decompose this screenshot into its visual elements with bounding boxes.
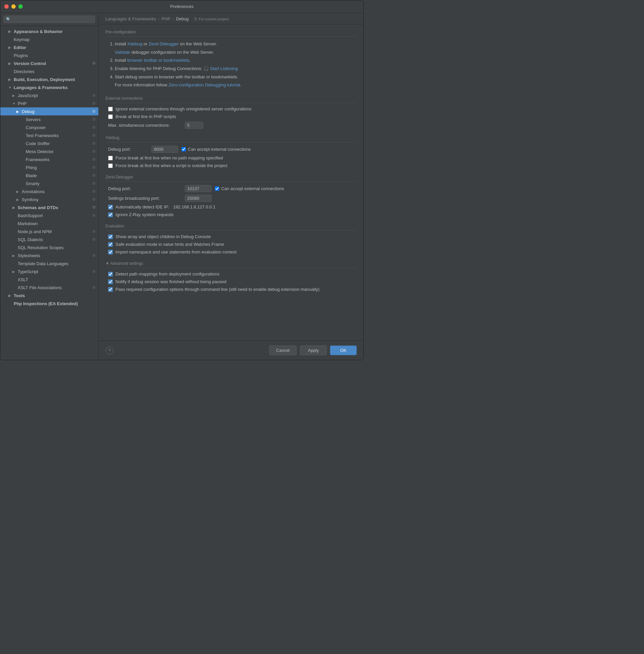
- advanced-header: ▼ Advanced settings: [106, 261, 357, 268]
- sidebar-item-composer[interactable]: ▶ Composer ⚙: [0, 123, 98, 131]
- zend-debugger-link[interactable]: Zend Debugger: [148, 41, 179, 46]
- sidebar-item-editor[interactable]: ▶ Editor: [0, 43, 98, 51]
- max-connections-input[interactable]: [185, 122, 203, 129]
- sidebar-item-annotations[interactable]: ▶ Annotations ⚙: [0, 188, 98, 195]
- zend-ignore-zray-checkbox[interactable]: [108, 213, 113, 217]
- sidebar-item-sql-dialects[interactable]: ▶ SQL Dialects ⚙: [0, 236, 98, 243]
- sidebar-item-debug[interactable]: ▶ Debug ⚙: [0, 107, 98, 115]
- sidebar-item-xslt-file[interactable]: ▶ XSLT File Associations ⚙: [0, 284, 98, 291]
- settings-icon: ⚙: [92, 173, 96, 178]
- sidebar-item-template-data[interactable]: ▶ Template Data Languages: [0, 260, 98, 267]
- break-first-line-checkbox[interactable]: [108, 114, 113, 119]
- zend-settings-port-input[interactable]: [185, 195, 211, 202]
- ok-button[interactable]: OK: [330, 345, 357, 355]
- zend-can-accept-checkbox[interactable]: [215, 187, 219, 191]
- sidebar-item-frameworks[interactable]: ▶ Frameworks ⚙: [0, 155, 98, 164]
- zend-auto-detect-checkbox[interactable]: [108, 205, 113, 210]
- eval-cb3-checkbox[interactable]: [108, 250, 113, 255]
- sidebar-item-schemas[interactable]: ▶ Schemas and DTDs ⚙: [0, 203, 98, 212]
- sidebar-item-mess-detector[interactable]: ▶ Mess Detector ⚙: [0, 147, 98, 155]
- browser-toolbar-link[interactable]: browser toolbar or bookmarklets: [128, 58, 189, 63]
- sidebar-item-stylesheets[interactable]: ▶ Stylesheets ⚙: [0, 251, 98, 260]
- sidebar-item-label: Node.js and NPM: [18, 229, 52, 234]
- sidebar-item-php-inspections[interactable]: ▶ Php Inspections (EA Extended): [0, 299, 98, 308]
- xdebug-force-break-row: Force break at first line when no path m…: [108, 155, 357, 161]
- sidebar-item-nodejs[interactable]: ▶ Node.js and NPM ⚙: [0, 227, 98, 236]
- xdebug-can-accept-checkbox[interactable]: [182, 147, 186, 151]
- zero-config-link[interactable]: Zero-configuration Debugging tutorial: [168, 82, 240, 88]
- close-button[interactable]: [4, 4, 9, 9]
- sidebar-item-markdown[interactable]: ▶ Markdown: [0, 219, 98, 227]
- settings-icon: ⚙: [92, 157, 96, 162]
- sidebar-item-version-control[interactable]: ▶ Version Control ⚙: [0, 59, 98, 67]
- advanced-cb3-checkbox[interactable]: [108, 287, 113, 292]
- arrow-icon: ▼: [13, 102, 16, 105]
- sidebar-item-build[interactable]: ▶ Build, Execution, Deployment: [0, 75, 98, 83]
- sidebar-item-symfony[interactable]: ▶ Symfony ⚙: [0, 195, 98, 203]
- eval-cb2-checkbox[interactable]: [108, 242, 113, 247]
- sidebar-item-bashsupport[interactable]: ▶ BashSupport ⚙: [0, 212, 98, 219]
- start-listening-btn[interactable]: 🎧 Start Listening: [204, 66, 238, 71]
- preconfiguration-section: Pre-configuration Install Xdebug or Zend…: [106, 30, 357, 89]
- settings-icon: ⚙: [92, 213, 96, 218]
- xdebug-link[interactable]: Xdebug: [128, 41, 142, 46]
- sidebar-item-label: Version Control: [14, 61, 46, 66]
- xdebug-port-input[interactable]: [152, 146, 178, 153]
- sidebar-item-php[interactable]: ▼ PHP ⚙: [0, 99, 98, 107]
- sidebar-item-plugins[interactable]: ▶ Plugins: [0, 51, 98, 59]
- sidebar-item-label: Frameworks: [26, 157, 50, 162]
- validate-link[interactable]: Validate: [115, 50, 130, 55]
- search-input[interactable]: [4, 16, 95, 23]
- sidebar-item-test-frameworks[interactable]: ▶ Test Frameworks ⚙: [0, 131, 98, 139]
- sidebar-item-sql-resolution[interactable]: ▶ SQL Resolution Scopes: [0, 243, 98, 251]
- settings-icon: ⚙: [92, 101, 96, 106]
- apply-button[interactable]: Apply: [300, 345, 327, 355]
- max-connections-label: Max. simultaneous connections:: [108, 123, 182, 128]
- zend-ignore-zray-row: Ignore Z-Ray system requests: [108, 212, 357, 217]
- minimize-button[interactable]: [12, 4, 16, 9]
- sidebar-item-javascript[interactable]: ▶ JavaScript ⚙: [0, 91, 98, 99]
- sidebar-item-tools[interactable]: ▶ Tools: [0, 291, 98, 299]
- eval-cb1-checkbox[interactable]: [108, 235, 113, 239]
- zend-content: Debug port: Can accept external connecti…: [106, 185, 357, 217]
- window-title: Preferences: [170, 4, 193, 9]
- sidebar-item-blade[interactable]: ▶ Blade ⚙: [0, 171, 98, 179]
- help-button[interactable]: ?: [106, 346, 113, 355]
- settings-icon: ⚙: [92, 93, 96, 98]
- sidebar-item-label: Test Frameworks: [26, 133, 59, 138]
- zend-port-input[interactable]: [185, 185, 211, 192]
- external-connections-content: Ignore external connections through unre…: [106, 106, 357, 129]
- sidebar-item-label: XSLT: [18, 277, 28, 282]
- sidebar-item-languages[interactable]: ▼ Languages & Frameworks: [0, 83, 98, 91]
- ignore-external-checkbox[interactable]: [108, 107, 113, 112]
- settings-icon: ⚙: [92, 117, 96, 122]
- preferences-window: Preferences 🔍 ▶ Appearance & Behavior ▶: [0, 0, 364, 360]
- xdebug-force-break-outside-checkbox[interactable]: [108, 164, 113, 168]
- sidebar-item-smarty[interactable]: ▶ Smarty ⚙: [0, 179, 98, 188]
- sidebar-item-typescript[interactable]: ▶ TypeScript ⚙: [0, 267, 98, 275]
- sidebar-item-label: Build, Execution, Deployment: [14, 77, 75, 82]
- zend-port-row: Debug port: Can accept external connecti…: [108, 185, 357, 192]
- maximize-button[interactable]: [18, 4, 23, 9]
- preconfig-step4: Start debug session in browser with the …: [115, 73, 357, 89]
- xdebug-force-break-checkbox[interactable]: [108, 156, 113, 161]
- sidebar-item-label: Blade: [26, 173, 37, 178]
- sidebar-item-xslt[interactable]: ▶ XSLT: [0, 275, 98, 284]
- settings-icon: ⚙: [92, 133, 96, 138]
- zend-ignore-zray-label: Ignore Z-Ray system requests: [115, 212, 174, 217]
- zend-settings-port-row: Settings broadcasting port:: [108, 195, 357, 202]
- sidebar: 🔍 ▶ Appearance & Behavior ▶ Keymap ▶: [0, 13, 99, 360]
- sidebar-item-label: Phing: [26, 165, 37, 170]
- sidebar-item-code-sniffer[interactable]: ▶ Code Sniffer ⚙: [0, 139, 98, 147]
- advanced-cb1-checkbox[interactable]: [108, 272, 113, 276]
- arrow-icon: ▼: [8, 86, 13, 89]
- advanced-cb2-checkbox[interactable]: [108, 280, 113, 284]
- search-wrap: 🔍: [4, 16, 95, 23]
- settings-icon: ⚙: [92, 181, 96, 186]
- sidebar-item-keymap[interactable]: ▶ Keymap: [0, 35, 98, 43]
- sidebar-item-appearance[interactable]: ▶ Appearance & Behavior: [0, 27, 98, 35]
- sidebar-item-servers[interactable]: ▶ Servers ⚙: [0, 115, 98, 123]
- cancel-button[interactable]: Cancel: [269, 345, 297, 355]
- sidebar-item-directories[interactable]: ▶ Directories: [0, 67, 98, 75]
- sidebar-item-phing[interactable]: ▶ Phing ⚙: [0, 164, 98, 171]
